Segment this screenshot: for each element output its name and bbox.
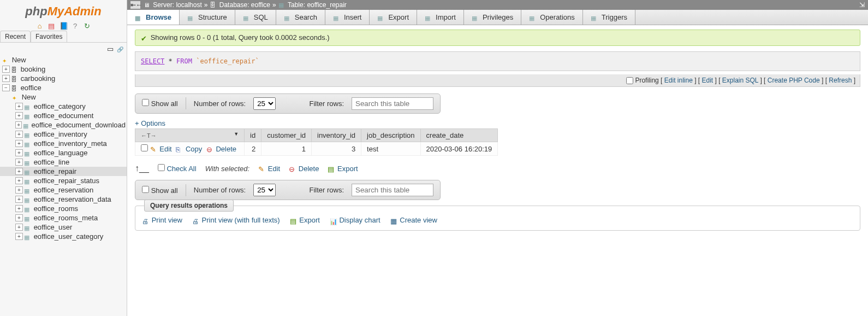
tree-toggle-icon[interactable]: +	[15, 224, 23, 231]
refresh-link[interactable]: Refresh	[829, 77, 852, 84]
tab-insert[interactable]: Insert	[325, 10, 370, 25]
tree-table-eoffice_user_category[interactable]: + eoffice_user_category	[0, 232, 127, 241]
tab-structure[interactable]: Structure	[180, 10, 235, 25]
show-all-checkbox-b[interactable]	[142, 186, 149, 193]
profiling-checkbox[interactable]	[626, 77, 633, 84]
tree-toggle-icon[interactable]: +	[15, 214, 23, 221]
tree-toggle-icon[interactable]: +	[15, 159, 23, 166]
expand-icon[interactable]	[859, 1, 865, 9]
filter-input[interactable]	[352, 97, 433, 110]
breadcrumb-server[interactable]: localhost	[176, 1, 201, 9]
create-view-link[interactable]: Create view	[390, 216, 437, 225]
collapse-all-icon[interactable]: ▭	[106, 45, 114, 52]
tree-table-eoffice_inventory[interactable]: + eoffice_inventory	[0, 130, 127, 139]
tab-operations[interactable]: Operations	[521, 10, 583, 25]
tab-export[interactable]: Export	[370, 10, 417, 25]
tab-privileges[interactable]: Privileges	[464, 10, 521, 25]
col-create_date[interactable]: create_date	[420, 128, 498, 142]
docs-icon[interactable]: 📘	[60, 22, 67, 30]
col-id[interactable]: id	[245, 128, 261, 142]
tree-toggle-icon[interactable]: +	[15, 112, 23, 119]
breadcrumb-database[interactable]: eoffice	[251, 1, 270, 9]
tree-toggle-icon[interactable]: +	[15, 149, 23, 156]
filter-input-b[interactable]	[352, 184, 433, 196]
col-inventory_id[interactable]: inventory_id	[312, 128, 361, 142]
col-customer_id[interactable]: customer_id	[261, 128, 312, 142]
ws-export-link[interactable]: Export	[328, 165, 358, 173]
print-view-full-link[interactable]: Print view (with full texts)	[192, 216, 280, 225]
tree-toggle-icon[interactable]: +	[2, 75, 10, 82]
row-copy-link[interactable]: Copy	[176, 145, 202, 153]
sql-icon[interactable]	[47, 22, 55, 30]
tree-toggle-icon[interactable]: +	[15, 233, 23, 240]
home-icon[interactable]	[36, 22, 44, 30]
row-edit-link[interactable]: Edit	[150, 145, 172, 153]
tree-table-eoffice_repair[interactable]: + eoffice_repair	[0, 167, 127, 176]
cell-customer_id: 1	[261, 142, 312, 156]
tree-table-eoffice_category[interactable]: + eoffice_category	[0, 102, 127, 111]
tree-db-booking[interactable]: + booking	[0, 65, 127, 74]
tree-table-eoffice_reservation_data[interactable]: + eoffice_reservation_data	[0, 195, 127, 204]
collapse-nav-button[interactable]: ←	[130, 1, 140, 9]
rows-select[interactable]: 25	[253, 97, 276, 110]
tree-toggle-icon[interactable]: +	[15, 196, 23, 203]
tree-table-eoffice_inventory_meta[interactable]: + eoffice_inventory_meta	[0, 139, 127, 148]
tree-table-eoffice_rooms[interactable]: + eoffice_rooms	[0, 204, 127, 213]
with-selected-bar: ↑__ Check All With selected: Edit Delete…	[135, 161, 860, 180]
tree-db-carbooking[interactable]: + carbooking	[0, 74, 127, 83]
create-php-link[interactable]: Create PHP Code	[768, 77, 820, 84]
help-icon[interactable]	[72, 22, 79, 30]
tree-table-eoffice_repair_status[interactable]: + eoffice_repair_status	[0, 176, 127, 185]
tree-toggle-icon[interactable]: +	[2, 66, 10, 73]
tree-table-eoffice_language[interactable]: + eoffice_language	[0, 148, 127, 157]
options-toggle[interactable]: + Options	[135, 119, 165, 127]
rows-select-b[interactable]: 25	[253, 184, 276, 196]
row-checkbox[interactable]	[141, 144, 148, 151]
check-all-checkbox[interactable]	[158, 164, 165, 171]
profiling-label[interactable]: Profiling	[635, 77, 658, 84]
ws-edit-link[interactable]: Edit	[258, 165, 280, 173]
tree-table-eoffice_edocument_download[interactable]: + eoffice_edocument_download	[0, 120, 127, 130]
tree-new-table[interactable]: New	[0, 92, 127, 102]
tree-toggle-icon[interactable]: +	[15, 186, 23, 194]
row-delete-link[interactable]: Delete	[206, 145, 236, 153]
tree-table-eoffice_line[interactable]: + eoffice_line	[0, 157, 127, 167]
col-job_description[interactable]: job_description	[361, 128, 420, 142]
ws-delete-link[interactable]: Delete	[289, 165, 319, 173]
tab-browse[interactable]: Browse	[127, 10, 180, 25]
tree-toggle-icon[interactable]: +	[15, 140, 23, 147]
edit-inline-link[interactable]: Edit inline	[664, 77, 693, 84]
tree-toggle-icon[interactable]: +	[15, 131, 23, 138]
tab-sql[interactable]: SQL	[235, 10, 276, 25]
tree-db-eoffice[interactable]: − eoffice	[0, 83, 127, 92]
reload-icon[interactable]	[83, 22, 91, 30]
show-all-label[interactable]: Show all	[142, 99, 178, 108]
explain-sql-link[interactable]: Explain SQL	[722, 77, 758, 84]
link-icon[interactable]	[116, 45, 123, 52]
show-all-label-b[interactable]: Show all	[142, 186, 178, 195]
tree-table-eoffice_rooms_meta[interactable]: + eoffice_rooms_meta	[0, 213, 127, 223]
display-chart-link[interactable]: Display chart	[330, 216, 381, 225]
check-all-label[interactable]: Check All	[158, 164, 197, 173]
sql-select-link[interactable]: SELECT	[141, 57, 164, 65]
breadcrumb-table[interactable]: eoffice_repair	[307, 1, 347, 9]
tree-table-eoffice_edocument[interactable]: + eoffice_edocument	[0, 111, 127, 120]
tab-favorites[interactable]: Favorites	[31, 31, 67, 42]
tab-search[interactable]: Search	[276, 10, 325, 25]
tab-recent[interactable]: Recent	[0, 31, 31, 42]
ops-export-link[interactable]: Export	[290, 216, 320, 225]
tree-table-eoffice_user[interactable]: + eoffice_user	[0, 223, 127, 232]
tree-toggle-icon[interactable]: +	[15, 103, 23, 110]
tree-toggle-icon[interactable]: −	[2, 84, 10, 91]
print-view-link[interactable]: Print view	[142, 216, 182, 225]
tab-import[interactable]: Import	[417, 10, 464, 25]
tree-toggle-icon[interactable]: +	[15, 121, 22, 128]
show-all-checkbox[interactable]	[142, 99, 149, 106]
tree-toggle-icon[interactable]: +	[15, 177, 23, 184]
tree-table-eoffice_reservation[interactable]: + eoffice_reservation	[0, 185, 127, 195]
tree-toggle-icon[interactable]: +	[15, 205, 23, 212]
tab-triggers[interactable]: Triggers	[583, 10, 635, 25]
tree-new[interactable]: New	[0, 55, 127, 65]
tree-toggle-icon[interactable]: +	[15, 168, 23, 175]
edit-sql-link[interactable]: Edit	[701, 77, 713, 84]
